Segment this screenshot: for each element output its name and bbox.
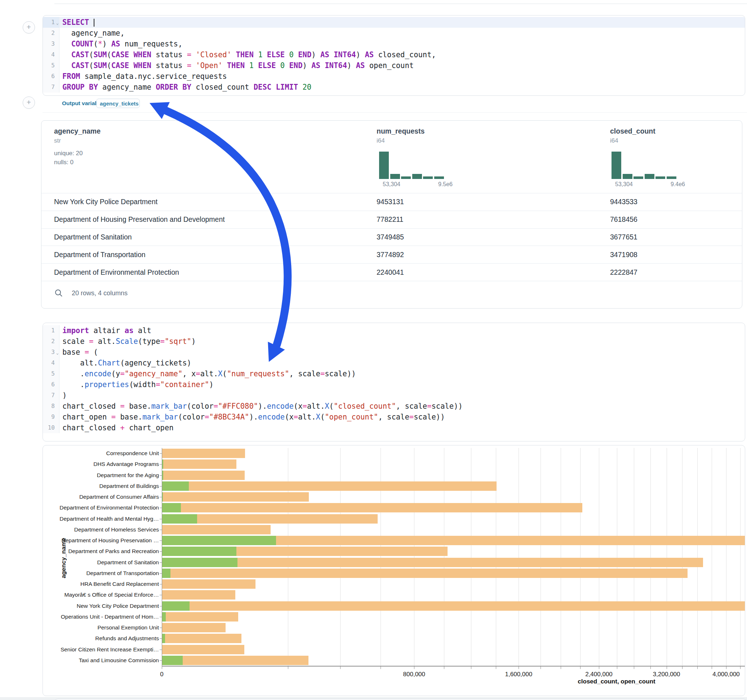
row-separator	[41, 211, 742, 211]
chevron-down-icon[interactable]: ⌄	[56, 18, 59, 29]
row-separator	[41, 281, 742, 281]
add-cell-button[interactable]: +	[23, 97, 35, 109]
x-axis-tick	[540, 667, 541, 669]
code-line[interactable]: 6FROM sample_data.nyc.service_requests	[43, 71, 745, 82]
table-cell[interactable]: Department of Housing Preservation and D…	[54, 215, 225, 223]
x-axis-tick	[650, 667, 651, 669]
code-text[interactable]: .encode(y="agency_name", x=alt.X("num_re…	[59, 368, 356, 379]
table-cell[interactable]: 3749485	[377, 233, 404, 241]
code-line[interactable]: 10chart_closed + chart_open	[43, 422, 745, 433]
y-axis-label: Correspondence Unit	[106, 450, 159, 457]
code-text[interactable]: FROM sample_data.nyc.service_requests	[59, 71, 227, 82]
y-axis-label: Department of Consumer Affairs	[79, 494, 159, 500]
y-axis-label: HRA Benefit Card Replacement	[80, 581, 159, 587]
chevron-down-icon[interactable]: ⌄	[56, 347, 59, 358]
column-stat: unique: 20	[54, 150, 83, 157]
code-line[interactable]: 2 agency_name,	[43, 28, 745, 39]
table-cell[interactable]: New York City Police Department	[54, 198, 157, 206]
table-cell[interactable]: Department of Sanitation	[54, 233, 132, 241]
y-axis-label: Department of Housing Preservation …	[61, 537, 159, 544]
y-axis-label: Department of Transportation	[86, 570, 159, 576]
code-text[interactable]: agency_name,	[59, 28, 125, 39]
open-count-bar	[162, 558, 237, 567]
code-text[interactable]: chart_open = base.mark_bar(color="#8BC34…	[59, 412, 445, 422]
line-number: 6	[43, 379, 59, 390]
closed-count-bar	[162, 525, 271, 534]
table-cell[interactable]: 3677651	[610, 233, 637, 241]
code-line[interactable]: 8chart_closed = base.mark_bar(color="#FF…	[43, 401, 745, 412]
code-line[interactable]: 4 alt.Chart(agency_tickets)	[43, 358, 745, 368]
open-count-bar	[162, 634, 165, 643]
code-line[interactable]: 4 CAST(SUM(CASE WHEN status = 'Closed' T…	[43, 49, 745, 60]
code-text[interactable]: COUNT(*) AS num_requests,	[59, 39, 182, 49]
table-cell[interactable]: 2240041	[377, 268, 404, 276]
table-cell[interactable]: 7618456	[610, 215, 637, 223]
closed-count-bar	[162, 601, 745, 611]
gridline	[634, 448, 634, 666]
table-cell[interactable]: 7782211	[377, 215, 403, 223]
code-text[interactable]: scale = alt.Scale(type="sqrt")	[59, 336, 196, 347]
code-line[interactable]: 3 COUNT(*) AS num_requests,	[43, 39, 745, 49]
code-line[interactable]: 3⌄base = (	[43, 347, 745, 358]
histogram-bar	[623, 174, 632, 179]
line-number: 3⌄	[43, 347, 59, 358]
code-line[interactable]: 9chart_open = base.mark_bar(color="#8BC3…	[43, 412, 745, 422]
histogram-bar	[390, 174, 400, 179]
x-axis-tick	[740, 667, 741, 669]
y-axis-label: Department of Homeless Services	[74, 527, 159, 533]
gridline	[414, 448, 414, 666]
gridline	[580, 448, 581, 666]
line-number: 8	[43, 401, 59, 412]
column-type: i64	[377, 137, 385, 144]
histogram-max-label: 9.5e6	[438, 181, 452, 188]
code-text[interactable]: )	[59, 390, 67, 401]
code-line[interactable]: 5 .encode(y="agency_name", x=alt.X("num_…	[43, 368, 745, 379]
code-text[interactable]: .properties(width="container")	[59, 379, 214, 390]
histogram-max-label: 9.4e6	[671, 181, 685, 188]
closed-count-bar	[162, 579, 256, 589]
table-cell[interactable]: Department of Transportation	[54, 250, 145, 259]
line-number: 9	[43, 412, 59, 422]
code-line[interactable]: 1⌄SELECT	[43, 17, 745, 28]
x-axis-tick	[444, 667, 444, 669]
code-line[interactable]: 7)	[43, 390, 745, 401]
code-text[interactable]: SELECT	[59, 17, 94, 28]
column-name[interactable]: closed_count	[610, 127, 655, 136]
python-code-editor[interactable]: 1import altair as alt2scale = alt.Scale(…	[43, 323, 745, 433]
code-line[interactable]: 5 CAST(SUM(CASE WHEN status = 'Open' THE…	[43, 60, 745, 71]
code-text[interactable]: CAST(SUM(CASE WHEN status = 'Open' THEN …	[59, 60, 414, 71]
gridline	[697, 448, 698, 666]
sql-code-editor[interactable]: 1⌄SELECT 2 agency_name,3 COUNT(*) AS num…	[43, 15, 745, 92]
table-cell[interactable]: 9453131	[377, 198, 404, 206]
code-text[interactable]: GROUP BY agency_name ORDER BY closed_cou…	[59, 82, 312, 92]
code-text[interactable]: base = (	[59, 347, 98, 358]
code-line[interactable]: 2scale = alt.Scale(type="sqrt")	[43, 336, 745, 347]
code-line[interactable]: 6 .properties(width="container")	[43, 379, 745, 390]
table-cell[interactable]: 3774892	[377, 250, 404, 259]
code-text[interactable]: CAST(SUM(CASE WHEN status = 'Closed' THE…	[59, 49, 436, 60]
notebook-page: + + 1⌄SELECT 2 agency_name,3 COUNT(*) AS…	[0, 0, 747, 700]
code-text[interactable]: chart_closed = base.mark_bar(color="#FFC…	[59, 401, 463, 412]
column-name[interactable]: num_requests	[377, 127, 425, 136]
x-axis-tick	[634, 667, 634, 669]
table-cell[interactable]: Department of Environmental Protection	[54, 268, 179, 276]
code-line[interactable]: 1import altair as alt	[43, 325, 745, 336]
table-cell[interactable]: 3471908	[610, 250, 637, 259]
table-cell[interactable]: 9443533	[610, 198, 637, 206]
code-line[interactable]: 7GROUP BY agency_name ORDER BY closed_co…	[43, 82, 745, 92]
line-number: 7	[43, 82, 59, 92]
table-cell[interactable]: 2222847	[610, 268, 637, 276]
code-text[interactable]: alt.Chart(agency_tickets)	[59, 358, 191, 368]
code-text[interactable]: import altair as alt	[59, 325, 151, 336]
column-name[interactable]: agency_name	[54, 127, 101, 136]
y-axis-title: agency_name	[60, 538, 67, 578]
add-cell-button[interactable]: +	[23, 21, 35, 33]
x-axis-tick	[599, 667, 599, 669]
output-variable-chip[interactable]: agency_tickets	[96, 99, 140, 108]
sql-cell: 1⌄SELECT 2 agency_name,3 COUNT(*) AS num…	[42, 15, 745, 96]
column-type: str	[54, 137, 61, 144]
search-icon[interactable]	[54, 289, 63, 297]
open-count-bar	[162, 612, 166, 622]
code-text[interactable]: chart_closed + chart_open	[59, 422, 174, 433]
histogram-bar	[634, 177, 643, 179]
